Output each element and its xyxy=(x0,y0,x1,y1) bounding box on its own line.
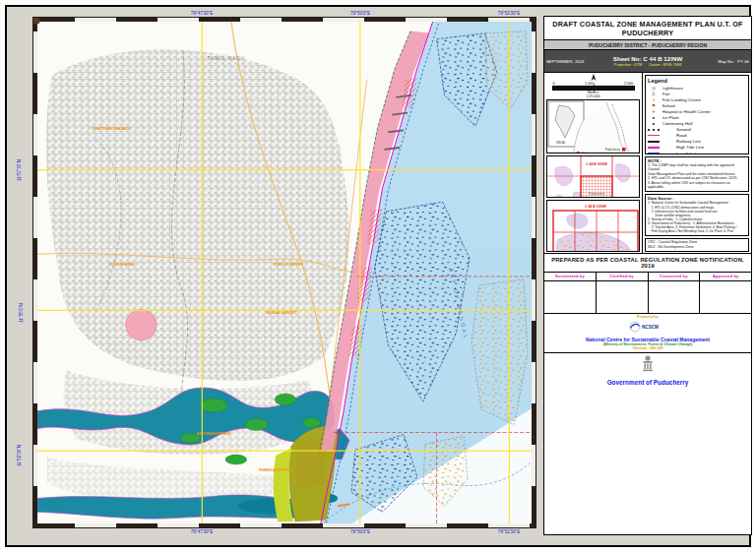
signature-cell xyxy=(597,281,648,313)
signature-header: Approved by xyxy=(700,273,751,281)
data-source-box: Data Source : 1. National Centre for Sus… xyxy=(645,194,749,236)
note-line: 2. HTL and LTL demarcated as per CRZ Not… xyxy=(648,176,746,180)
abbreviations-box: CRZ - Coastal Regulation ZoneNDZ - No De… xyxy=(645,238,749,252)
signature-column: Concurred by xyxy=(649,273,701,313)
neatline-bottom xyxy=(33,523,536,527)
legend-item-label: High Tide Line xyxy=(676,145,704,150)
info-panel: DRAFT COASTAL ZONE MANAGEMENT PLAN U.T. … xyxy=(543,16,752,535)
prepared-by-block: Prepared by NCSCM National Centre for Su… xyxy=(544,314,751,353)
legend-item-label: Low Tide Line xyxy=(676,152,703,154)
legend-item-label: Seawall xyxy=(676,127,691,132)
organization-city: Chennai - 600 025 xyxy=(544,346,751,350)
panel-left-column: 0 1,000 2,000 Meters 1:25,000 INDIA xyxy=(544,73,643,253)
main-map: TAMIL NADU BAY OF BENGAL THATTANCHAVADY … xyxy=(32,17,536,528)
svg-text:NCSCM: NCSCM xyxy=(642,325,659,330)
sheet-index-inset-1: C 44 B 16/SW Puducherry C 44 B 12/SW xyxy=(546,155,640,198)
coordinate-label: 79°50'0"E xyxy=(350,11,370,16)
abbreviation-line: NDZ - No Development Zone xyxy=(648,245,746,249)
government-name: Government of Puducherry xyxy=(544,379,751,386)
place-label: PUDUCHERRY xyxy=(274,262,303,267)
data-source-line: Fish Drying Area / Net Mending Yard, 5. … xyxy=(648,229,746,233)
puducherry-emblem-icon xyxy=(640,355,656,374)
coordinate-label: 79°47'30"E xyxy=(191,11,213,16)
place-label: THENGAITHITTU xyxy=(258,467,292,472)
map-date: SEPTEMBER, 2024 xyxy=(546,59,590,64)
sheet-index-inset-2: C 44 B 12/NW xyxy=(546,200,640,251)
scale-ratio: 1:25,000 xyxy=(544,94,642,98)
sheet-center-label: Puducherry xyxy=(589,192,605,196)
sheet-label: C 44 B 12/NW xyxy=(585,205,607,209)
legend-item-label: Port xyxy=(662,92,670,96)
projection-label: Projection : UTM xyxy=(614,63,642,67)
signature-cell xyxy=(649,281,700,313)
north-arrow-icon xyxy=(590,74,598,82)
legend-item-label: Community Hall xyxy=(662,121,693,126)
note-line: 1. The CZMP map shall be read along with… xyxy=(648,163,746,172)
legend-item-label: Fish Landing Centre xyxy=(662,97,702,102)
legend-item-label: Lighthouse xyxy=(662,86,683,91)
coordinate-label: 79°52'30"E xyxy=(498,11,520,16)
neatline-right xyxy=(532,18,536,527)
signature-column: Certified by xyxy=(597,273,649,313)
sheet-number: Sheet No: C 44 B 12/NW xyxy=(590,55,706,62)
panel-right-column: Legend ◎ Lighthouse ⚓ Port xyxy=(643,73,751,253)
signature-cell xyxy=(700,281,751,313)
legend-symbol-icon: ■ xyxy=(648,115,660,120)
legend-symbol-icon: ⚑ xyxy=(648,103,660,108)
legend-symbol-icon: ★ xyxy=(648,97,660,102)
signature-cell xyxy=(544,281,596,313)
scale-bar xyxy=(552,86,635,91)
government-block: Government of Puducherry xyxy=(544,353,751,535)
coordinate-label: 79°50'0"E xyxy=(350,529,370,534)
legend-item-label: Ice Plant xyxy=(662,115,679,120)
ncscm-logo: NCSCM xyxy=(628,321,667,333)
note-line: 3. Areas falling within CRZ are subject … xyxy=(648,181,746,190)
legend-swatch xyxy=(648,135,660,136)
legend-swatch xyxy=(648,129,660,131)
legend-item-label: School xyxy=(662,103,675,108)
datum-label: Datum : WGS 1984 xyxy=(649,63,681,67)
neatline-corner xyxy=(33,18,39,24)
legend-symbol-icon: ◎ xyxy=(648,86,660,91)
legend-swatch xyxy=(648,147,660,149)
legend-title: Legend xyxy=(648,78,746,84)
location-inset-map: INDIA Puducherry Karaikal Mahe Tamil Nad… xyxy=(546,99,640,154)
signature-column: Scrutinized by xyxy=(544,273,597,313)
legend-item-label: Road xyxy=(676,133,687,138)
place-label: ARIYANKUPPAM xyxy=(196,431,230,436)
map-title: DRAFT COASTAL ZONE MANAGEMENT PLAN U.T. … xyxy=(544,17,751,40)
coordinate-label: 11°55'0"N xyxy=(19,303,24,323)
puducherry-marker xyxy=(622,148,626,152)
place-label: MUDALIARPET xyxy=(266,310,297,315)
legend-item-label: Railway Line xyxy=(676,139,701,144)
neatline-left xyxy=(33,18,37,527)
signature-table: Scrutinized by Certified by Concurred by… xyxy=(544,273,751,314)
coordinate-label: 11°52'30"N xyxy=(17,445,22,466)
legend-symbol-icon: ⚓ xyxy=(648,92,660,96)
legend-point-list: ◎ Lighthouse ⚓ Port ★ Fish Landing Centr… xyxy=(648,85,746,154)
signature-column: Approved by xyxy=(700,273,751,313)
map-number: Map No. : PY 06 xyxy=(706,59,749,64)
india-label: INDIA xyxy=(556,141,565,145)
coordinate-label: 11°57'30"N xyxy=(17,159,22,181)
puducherry-label: Puducherry xyxy=(605,148,621,152)
region-label: TAMIL NADU xyxy=(207,56,245,61)
coordinate-label: 79°47'30"E xyxy=(191,529,213,534)
legend-swatch xyxy=(648,141,660,143)
sheet-info-bar: SEPTEMBER, 2024 Sheet No: C 44 B 12/NW P… xyxy=(544,50,751,73)
map-subtitle: PUDUCHERRY DISTRICT - PUDUCHERRY REGION xyxy=(544,40,751,50)
mahe-marker xyxy=(577,152,580,154)
legend-swatch xyxy=(648,153,660,154)
mahe-label: Mahe xyxy=(582,152,590,154)
signature-header: Concurred by xyxy=(649,273,700,281)
legend: Legend ◎ Lighthouse ⚓ Port xyxy=(645,75,749,154)
legend-item: Low Tide Line xyxy=(648,151,746,154)
prepared-as-per-line: PREPARED AS PER COASTAL REGULATION ZONE … xyxy=(544,253,751,273)
signature-header: Certified by xyxy=(597,273,648,281)
signature-header: Scrutinized by xyxy=(544,273,596,281)
coordinate-label: 79°52'30"E xyxy=(498,529,520,534)
legend-item-label: Hospital or Health Center xyxy=(662,109,711,114)
legend-symbol-icon: ■ xyxy=(648,121,660,126)
place-label: THATTANCHAVADY xyxy=(92,126,132,131)
czmp-map-sheet-page: TAMIL NADU BAY OF BENGAL THATTANCHAVADY … xyxy=(0,0,756,553)
